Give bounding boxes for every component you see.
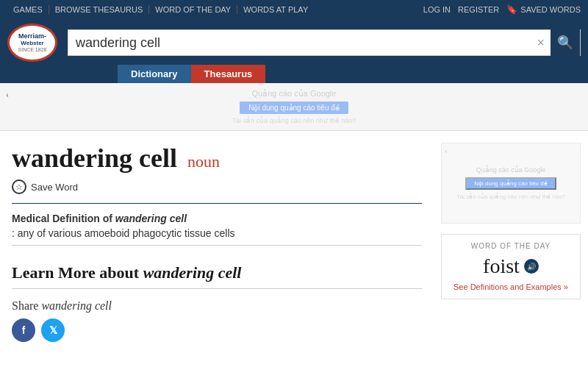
search-button[interactable]: 🔍: [551, 29, 580, 56]
nav-words-at-play[interactable]: WORDS AT PLAY: [237, 5, 314, 14]
nav-saved-words[interactable]: 🔖 SAVED WORDS: [506, 4, 581, 15]
tabs-row: Dictionary Thesaurus: [0, 65, 588, 83]
share-word: wandering cell: [41, 299, 112, 312]
search-input[interactable]: [68, 32, 531, 54]
wotd-word: foist 🔊: [449, 254, 573, 278]
nav-right: LOG IN REGISTER 🔖 SAVED WORDS: [423, 4, 581, 15]
twitter-share-button[interactable]: 𝕏: [41, 318, 65, 342]
divider-top: [12, 203, 422, 204]
ad-cta-button[interactable]: Nội dung quảng cáo tiêu đề: [240, 102, 348, 114]
sidebar-ad: ‹ Quảng cáo của Google Nội dung quảng cá…: [441, 143, 581, 224]
definition-section: Medical Definition of wandering cell any…: [12, 213, 422, 239]
word-of-the-day-box: WORD OF THE DAY foist 🔊 See Definitions …: [441, 234, 581, 299]
logo-text2: Webster: [18, 40, 47, 47]
wotd-link[interactable]: See Definitions and Examples »: [449, 282, 573, 291]
nav-register[interactable]: REGISTER: [458, 5, 499, 14]
top-nav: GAMES BROWSE THESAURUS WORD OF THE DAY W…: [0, 0, 588, 19]
main-content: wandering cell noun ☆ Save Word Medical …: [0, 143, 434, 342]
wotd-word-text: foist: [483, 254, 520, 278]
search-container: × 🔍: [68, 29, 581, 56]
ad-content: Quảng cáo của Google Nội dung quảng cáo …: [232, 89, 356, 124]
header: GAMES BROWSE THESAURUS WORD OF THE DAY W…: [0, 0, 588, 83]
tab-thesaurus[interactable]: Thesaurus: [191, 65, 266, 83]
facebook-share-button[interactable]: f: [12, 318, 35, 342]
nav-log-in[interactable]: LOG IN: [423, 5, 451, 14]
learn-more-title: Learn More about wandering cell: [12, 263, 422, 282]
word-pos: noun: [187, 152, 220, 171]
sidebar: ‹ Quảng cáo của Google Nội dung quảng cá…: [434, 143, 588, 342]
nav-word-of-the-day[interactable]: WORD OF THE DAY: [149, 5, 237, 14]
logo-since: SINCE 1828: [18, 47, 47, 52]
share-section: Share wandering cell f 𝕏: [12, 299, 422, 342]
tab-dictionary[interactable]: Dictionary: [118, 65, 191, 83]
word-header: wandering cell noun: [12, 143, 422, 174]
sidebar-ad-back[interactable]: ‹: [445, 146, 447, 154]
definition-label-word: wandering cell: [115, 213, 187, 224]
divider-middle: [12, 245, 422, 246]
save-word-row[interactable]: ☆ Save Word: [12, 179, 422, 194]
ad-banner: ‹ Quảng cáo của Google Nội dung quảng cá…: [0, 83, 588, 131]
learn-more-prefix: Learn More about: [12, 263, 143, 282]
wotd-label: WORD OF THE DAY: [449, 242, 573, 250]
sidebar-ad-sub: Tài sản của quảng cáo nên như thế nào?: [456, 193, 565, 200]
search-clear-button[interactable]: ×: [531, 35, 551, 51]
sidebar-ad-google: Quảng cáo của Google: [476, 166, 546, 174]
social-icons: f 𝕏: [12, 318, 422, 342]
save-word-icon: ☆: [12, 179, 26, 194]
definition-text: any of various amoeboid phagocytic tissu…: [12, 227, 422, 239]
ad-back-arrow[interactable]: ‹: [6, 89, 9, 100]
ad-google-label: Quảng cáo của Google: [252, 89, 337, 99]
share-prefix: Share: [12, 299, 41, 312]
nav-browse-thesaurus[interactable]: BROWSE THESAURUS: [49, 5, 150, 14]
sidebar-ad-btn[interactable]: Nội dung quảng cáo tiêu đề: [465, 177, 556, 190]
nav-games[interactable]: GAMES: [7, 5, 49, 14]
learn-more-section: Learn More about wandering cell: [12, 263, 422, 282]
saved-words-label: SAVED WORDS: [520, 5, 581, 14]
search-bar-row: Merriam- Webster SINCE 1828 × 🔍: [0, 19, 588, 62]
definition-label-prefix: Medical Definition of: [12, 213, 115, 224]
definition-label: Medical Definition of wandering cell: [12, 213, 422, 224]
wotd-sound-button[interactable]: 🔊: [524, 259, 539, 274]
save-word-label: Save Word: [31, 182, 78, 193]
share-label: Share wandering cell: [12, 299, 422, 313]
learn-more-word: wandering cell: [143, 263, 242, 282]
nav-links: GAMES BROWSE THESAURUS WORD OF THE DAY W…: [7, 5, 314, 14]
word-title: wandering cell: [12, 143, 177, 173]
divider-learn: [12, 288, 422, 289]
main-area: wandering cell noun ☆ Save Word Medical …: [0, 131, 588, 342]
logo[interactable]: Merriam- Webster SINCE 1828: [7, 24, 57, 62]
ad-subtext: Tài sản của quảng cáo nên như thế nào?: [232, 117, 356, 124]
search-icon: 🔍: [557, 35, 573, 51]
bookmark-icon: 🔖: [506, 4, 517, 15]
